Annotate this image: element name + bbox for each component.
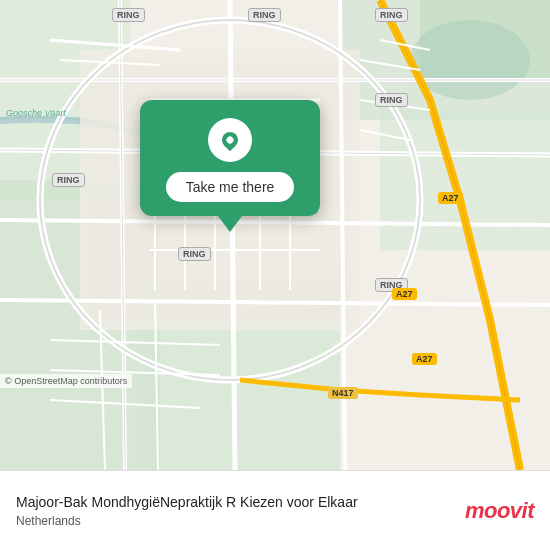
take-me-there-button[interactable]: Take me there (166, 172, 295, 202)
water-label: Goosche Vaart (6, 108, 66, 118)
place-title: Majoor-Bak MondhygiëNepraktijk R Kiezen … (16, 493, 449, 511)
osm-attribution: © OpenStreetMap contributors (0, 374, 132, 388)
popup-tail (218, 216, 242, 232)
location-pin (208, 118, 252, 162)
ring-label-1: RING (112, 8, 145, 22)
ring-label-3: RING (375, 8, 408, 22)
map-container: Goosche Vaart RING RING RING RING RING R… (0, 0, 550, 470)
n417-label: N417 (328, 387, 358, 399)
ring-label-2: RING (248, 8, 281, 22)
ring-label-4: RING (375, 93, 408, 107)
ring-label-7: RING (178, 247, 211, 261)
info-bar: Majoor-Bak MondhygiëNepraktijk R Kiezen … (0, 470, 550, 550)
pin-icon (219, 129, 242, 152)
moovit-logo-text: moovit (465, 498, 534, 524)
info-text: Majoor-Bak MondhygiëNepraktijk R Kiezen … (16, 493, 449, 527)
location-popup: Take me there (140, 100, 320, 232)
popup-card: Take me there (140, 100, 320, 216)
place-subtitle: Netherlands (16, 514, 449, 528)
a27-label-1: A27 (438, 192, 463, 204)
a27-label-3: A27 (412, 353, 437, 365)
ring-label-5: RING (52, 173, 85, 187)
a27-label-2: A27 (392, 288, 417, 300)
moovit-logo: moovit (465, 498, 534, 524)
